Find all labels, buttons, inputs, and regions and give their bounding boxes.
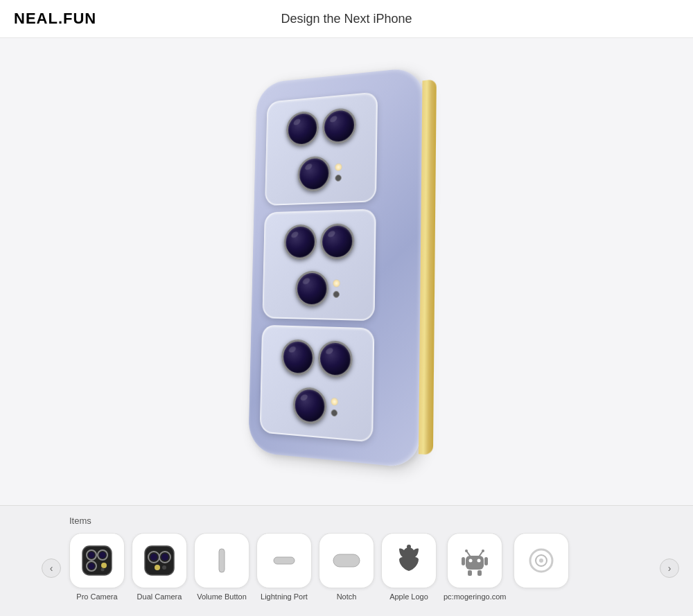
svg-point-8 (101, 568, 105, 572)
main-canvas (0, 38, 693, 505)
svg-rect-28 (477, 570, 482, 576)
iphone-body (248, 67, 424, 469)
svg-rect-17 (274, 557, 295, 564)
camera-lens-1 (286, 110, 319, 147)
camera-lens-6 (295, 271, 328, 307)
android-logo-icon (456, 542, 493, 579)
site-logo[interactable]: NEAL.FUN (14, 10, 96, 28)
camera-lens-3 (297, 155, 331, 192)
header: NEAL.FUN Design the Next iPhone (0, 0, 693, 38)
notch-icon-box (319, 533, 374, 588)
items-scroll-container: Pro Camera Dual Camera (0, 533, 693, 601)
camera-flash-2 (332, 279, 340, 288)
dual-camera-icon-box (132, 533, 187, 588)
camera-module-2 (262, 209, 376, 321)
camera-lens-5 (319, 223, 354, 259)
pro-camera-label: Pro Camera (76, 592, 117, 601)
pro-camera-icon (78, 542, 116, 579)
svg-rect-0 (82, 546, 112, 575)
camera-lens-9 (292, 386, 326, 425)
svg-point-19 (407, 545, 411, 549)
android-logo-icon-box (447, 533, 502, 588)
iphone-edge (419, 79, 437, 455)
camera-module-3 (260, 325, 375, 443)
iphone-3d-model (248, 64, 453, 487)
scroll-right-button[interactable]: › (660, 558, 679, 578)
svg-rect-20 (466, 556, 484, 570)
camera-lens-2 (322, 107, 356, 144)
svg-point-2 (89, 552, 95, 558)
scroll-left-button[interactable]: ‹ (42, 558, 61, 578)
svg-point-26 (482, 549, 484, 552)
notch-label: Notch (337, 592, 357, 601)
svg-point-22 (477, 559, 481, 563)
apple-logo-icon (390, 542, 428, 579)
item-android-logo[interactable]: pc:mogeringo.com (444, 533, 507, 601)
apple-logo-icon-box (381, 533, 437, 588)
svg-point-15 (162, 565, 166, 570)
notch-icon (328, 542, 365, 579)
item-volume-button[interactable]: Volume Button (194, 533, 249, 601)
items-toolbar: Items ‹ › Pro Camera (0, 505, 693, 616)
svg-point-25 (465, 549, 468, 552)
lightning-port-label: Lightning Port (261, 592, 308, 601)
camera-lens-7 (281, 339, 314, 376)
volume-button-icon (203, 542, 240, 579)
volume-button-icon-box (194, 533, 249, 588)
item-pro-camera[interactable]: Pro Camera (69, 533, 125, 601)
pro-camera-icon-box (69, 533, 125, 588)
item-dual-camera[interactable]: Dual Camera (132, 533, 187, 601)
volume-button-label: Volume Button (197, 592, 247, 601)
svg-point-7 (101, 563, 107, 568)
camera-module-1 (265, 91, 378, 206)
apple-logo-label: Apple Logo (389, 592, 428, 601)
camera-hole-icon (523, 542, 560, 579)
svg-rect-16 (219, 549, 225, 572)
lightning-port-icon-box (256, 533, 312, 588)
chevron-left-icon: ‹ (50, 563, 53, 574)
svg-rect-29 (462, 557, 465, 565)
svg-point-11 (150, 554, 157, 561)
svg-rect-18 (333, 554, 360, 567)
dual-camera-label: Dual Camera (137, 592, 182, 601)
item-camera-hole[interactable] (514, 533, 569, 592)
chevron-right-icon: › (668, 563, 672, 574)
items-label: Items (69, 516, 693, 526)
item-notch[interactable]: Notch (319, 533, 374, 601)
camera-sensor-3 (331, 410, 337, 417)
android-logo-label: pc:mogeringo.com (444, 592, 507, 601)
svg-point-14 (155, 565, 160, 570)
svg-rect-27 (468, 570, 472, 576)
svg-point-13 (161, 554, 168, 561)
item-apple-logo[interactable]: Apple Logo (381, 533, 437, 601)
camera-flash-3 (330, 397, 338, 406)
svg-point-33 (539, 558, 543, 563)
dual-camera-icon (141, 542, 178, 579)
camera-sensor-1 (335, 175, 342, 182)
item-lightning-port[interactable]: Lightning Port (256, 533, 312, 601)
camera-lens-8 (317, 340, 352, 378)
svg-point-6 (89, 563, 95, 570)
svg-rect-30 (484, 557, 488, 565)
camera-hole-icon-box (514, 533, 569, 588)
svg-point-21 (469, 559, 473, 563)
camera-sensor-2 (333, 291, 340, 298)
camera-lens-4 (283, 224, 317, 259)
lightning-port-icon (265, 542, 303, 579)
svg-point-4 (100, 552, 106, 558)
camera-flash-1 (334, 163, 342, 171)
page-title: Design the Next iPhone (281, 12, 412, 26)
